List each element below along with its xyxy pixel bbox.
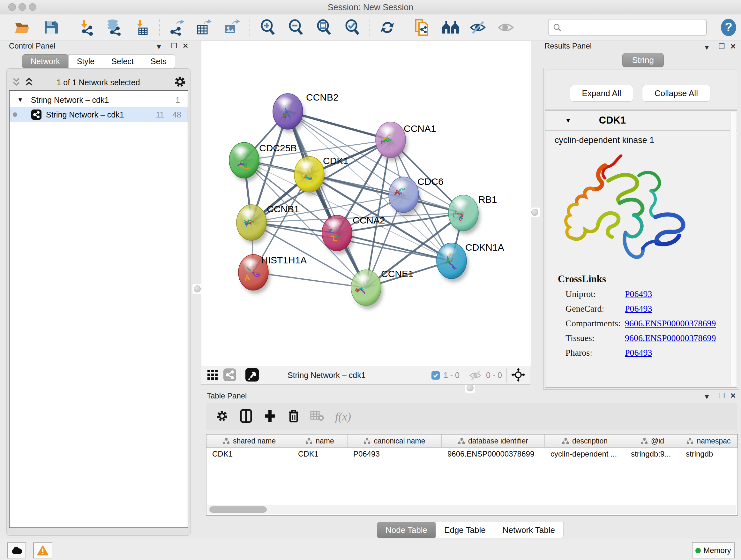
tab-string[interactable]: String [622,53,664,67]
network-collection-row[interactable]: ▼ String Network – cdk1 1 [10,92,188,107]
cloud-status-button[interactable] [7,543,26,558]
grid-mode-button[interactable] [207,369,218,382]
show-columns-button[interactable] [240,409,252,424]
table-cell[interactable]: stringdb [680,448,738,460]
collection-expand-arrow[interactable]: ▼ [17,97,23,104]
table-options-button[interactable] [216,410,228,424]
column-header-namespac[interactable]: namespac [680,435,738,447]
tab-node-table[interactable]: Node Table [377,522,436,538]
table-panel-float-button[interactable]: ❒ [719,392,725,400]
crosslink-value-link[interactable]: P06493 [625,289,652,304]
expand-all-networks-button[interactable] [24,77,34,89]
clone-network-button[interactable] [413,18,431,37]
scrollbar-thumb[interactable] [209,506,267,513]
table-cell[interactable]: 9606.ENSP00000378699 [442,448,545,460]
network-node-CDC25B[interactable] [229,142,261,182]
add-column-button[interactable] [264,409,276,424]
pan-mode-button[interactable] [511,368,525,383]
network-node-CCNE1[interactable] [351,270,383,309]
zoom-out-button[interactable] [286,18,305,37]
function-builder-button[interactable]: f(x) [335,410,351,423]
network-panel-options-button[interactable] [174,75,186,89]
tab-style[interactable]: Style [68,54,104,69]
crosslink-value-link[interactable]: 9606.ENSP00000378699 [625,318,716,333]
network-node-CCNB1[interactable] [237,205,268,244]
open-session-button[interactable] [13,18,32,37]
table-cell[interactable]: P06493 [347,448,442,460]
network-node-RB1[interactable] [448,195,480,234]
right-splitter-handle[interactable] [530,207,540,217]
section-collapse-arrow[interactable]: ▼ [565,117,571,124]
table-horizontal-scrollbar[interactable] [207,505,736,514]
table-cell[interactable]: CDK1 [292,448,347,460]
crosslink-value-link[interactable]: 9606.ENSP00000378699 [625,333,716,348]
export-network-icon [168,19,185,36]
column-header-name[interactable]: name [292,435,347,447]
import-table-button[interactable] [133,18,151,37]
column-label: name [316,437,334,445]
tab-edge-table[interactable]: Edge Table [435,522,494,538]
warnings-button[interactable] [33,543,52,558]
selected-checkbox[interactable] [431,371,440,380]
table-panel-collapse-button[interactable]: ▼ [703,393,711,401]
network-node-CDK1[interactable] [294,157,326,196]
left-splitter-handle[interactable] [192,284,202,294]
table-panel-close-button[interactable]: ✕ [730,392,736,400]
show-hidden-button[interactable] [497,18,516,37]
collapse-all-button[interactable]: Collapse All [642,85,711,102]
memory-button[interactable]: Memory [692,543,735,558]
network-row-selected[interactable]: String Network – cdk1 11 48 [10,107,188,122]
help-button[interactable]: ? [719,18,738,37]
zoom-fit-button[interactable] [315,18,333,37]
export-network-button[interactable] [167,18,185,37]
network-edge[interactable] [253,272,366,288]
network-node-CDKN1A[interactable] [436,243,468,282]
export-image-button[interactable] [222,18,241,37]
tab-network-table[interactable]: Network Table [494,522,563,538]
column-header-canonical-name[interactable]: canonical name [347,435,442,447]
save-session-button[interactable] [42,18,60,37]
zoom-selected-button[interactable] [343,18,361,37]
results-scrollbar[interactable] [730,112,736,386]
results-panel-float-button[interactable]: ❒ [719,43,725,51]
memory-label: Memory [703,546,731,555]
network-node-CCNB2[interactable] [273,94,305,133]
results-section-header[interactable]: ▼ CDK1 [545,111,737,131]
control-panel-float-button[interactable]: ❒ [171,42,178,50]
search-input[interactable] [564,23,706,32]
tab-sets[interactable]: Sets [142,54,175,69]
string-home-button[interactable] [441,18,460,37]
column-header-database-identifier[interactable]: database identifier [442,435,545,447]
crosslink-value-link[interactable]: P06493 [625,348,652,362]
network-node-CCNA2[interactable] [322,215,354,254]
column-header-description[interactable]: description [545,435,625,447]
column-header-@id[interactable]: @id [625,435,680,447]
results-panel-close-button[interactable]: ✕ [730,43,736,51]
network-mode-button[interactable] [223,368,236,382]
network-node-CDC6[interactable] [389,177,421,216]
import-network-file-button[interactable] [77,18,96,37]
delete-table-button[interactable] [310,410,324,423]
hide-unhide-button[interactable] [469,18,488,37]
network-canvas[interactable]: CCNB2CCNA1CDC25BCDK1CDC6RB1CCNB1CCNA2CDK… [201,41,531,366]
control-panel-collapse-button[interactable]: ▼ [155,43,162,51]
results-panel-collapse-button[interactable]: ▼ [703,44,711,52]
column-header-shared-name[interactable]: shared name [206,435,292,447]
tab-network[interactable]: Network [22,54,69,69]
export-table-button[interactable] [194,18,213,37]
expand-all-button[interactable]: Expand All [570,85,633,102]
tab-select[interactable]: Select [103,54,142,69]
control-panel-close-button[interactable]: ✕ [183,42,188,50]
zoom-in-button[interactable] [259,18,277,37]
collapse-all-networks-button[interactable] [11,77,21,89]
birdseye-view-button[interactable] [246,368,259,383]
table-cell[interactable]: cyclin-dependent ... [545,448,625,460]
table-cell[interactable]: stringdb:9... [625,448,680,460]
network-node-CCNA1[interactable] [376,122,408,161]
delete-column-button[interactable] [288,409,299,424]
crosslink-value-link[interactable]: P06493 [625,304,652,318]
table-cell[interactable]: CDK1 [206,448,292,460]
import-network-database-button[interactable] [105,18,123,37]
table-row[interactable]: CDK1CDK1P064939606.ENSP00000378699cyclin… [206,448,738,460]
refresh-button[interactable] [378,18,397,37]
